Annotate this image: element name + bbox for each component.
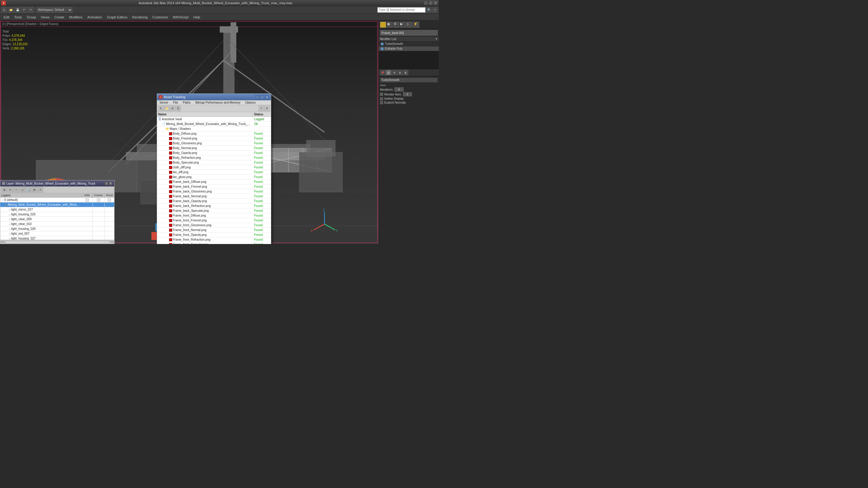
at-close-x-btn[interactable]: ✕ xyxy=(264,106,270,111)
save-button[interactable]: 💾 xyxy=(14,7,21,13)
render-active-btn[interactable]: ⚡ xyxy=(413,22,419,28)
at-maximize-btn[interactable]: □ xyxy=(260,95,264,99)
lp-hide-cell[interactable] xyxy=(82,202,93,207)
lp-hide-cell[interactable] xyxy=(82,231,93,236)
at-row[interactable]: Frame_front_Specular.pngFound xyxy=(157,242,271,244)
modifier-editable-poly[interactable]: Editable Poly xyxy=(379,46,439,51)
lp-row[interactable]: ◇light_housing_026 xyxy=(0,227,114,231)
rend-checkbox[interactable] xyxy=(108,198,111,201)
render-options-btn[interactable]: ⚙ xyxy=(393,22,399,28)
menu-item-customize[interactable]: Customize xyxy=(150,14,170,21)
render-iters-checkbox[interactable]: ✓ xyxy=(380,93,383,96)
lp-row[interactable]: ◇light_housing_025 xyxy=(0,212,114,217)
lp-rend-cell[interactable] xyxy=(104,207,114,212)
at-paths-btn[interactable]: 📁 xyxy=(164,106,169,111)
lp-row[interactable]: ◇light_red_007 xyxy=(0,231,114,236)
lp-rend-cell[interactable] xyxy=(104,202,114,207)
lp-freeze-cell[interactable] xyxy=(93,212,104,217)
lp-delete-btn[interactable]: ✕ xyxy=(7,187,13,193)
at-settings-btn[interactable]: ⚙ xyxy=(170,106,175,111)
at-row[interactable]: Body_Diffuse.pngFound xyxy=(157,131,271,136)
render-selected-btn[interactable]: ▷ xyxy=(407,22,412,28)
open-button[interactable]: 📁 xyxy=(8,7,14,13)
help-button[interactable]: ? xyxy=(432,7,438,13)
menu-item-help[interactable]: Help xyxy=(191,14,203,21)
make-unique-btn[interactable]: ◈ xyxy=(397,70,403,75)
at-row[interactable]: 📄Mining_Multi_Bucket_Wheel_Excavator_wit… xyxy=(157,122,271,127)
menu-item-edit[interactable]: Edit xyxy=(1,14,12,21)
at-row[interactable]: Frame_front_Refraction.pngFound xyxy=(157,237,271,242)
explicit-normals-checkbox[interactable] xyxy=(380,101,383,104)
at-row[interactable]: Frame_front_Normal.pngFound xyxy=(157,228,271,233)
workspace-dropdown[interactable]: Workspace: Default xyxy=(36,7,73,13)
lp-scroll-right[interactable]: ▶ xyxy=(110,241,114,243)
at-row[interactable]: Frame_front_Opacity.pngFound xyxy=(157,233,271,237)
at-row[interactable]: Frame_front_Diffuse.pngFound xyxy=(157,213,271,218)
at-row[interactable]: Frame_back_Opacity.pngFound xyxy=(157,199,271,204)
lp-help-btn[interactable]: ? xyxy=(104,182,108,185)
at-row[interactable]: Body_Specular.pngFound xyxy=(157,160,271,165)
lp-rend-cell[interactable] xyxy=(104,222,114,226)
minimize-button[interactable]: − xyxy=(424,1,428,5)
at-row[interactable]: Frame_back_Fresnel.pngFound xyxy=(157,184,271,189)
lp-freeze-cell[interactable] xyxy=(93,227,104,231)
lp-rend-cell[interactable] xyxy=(104,231,114,236)
iterations-input[interactable] xyxy=(395,87,404,92)
isoline-checkbox[interactable] xyxy=(380,97,383,100)
menu-item-views[interactable]: Views xyxy=(38,14,52,21)
at-row[interactable]: Frame_back_Glossiness.pngFound xyxy=(157,189,271,194)
at-row[interactable]: Body_Opacity.pngFound xyxy=(157,151,271,156)
redo-button[interactable]: ↷ xyxy=(28,7,34,13)
configure-modifier-btn[interactable]: ⚙ xyxy=(392,70,397,75)
at-menu-options[interactable]: Options xyxy=(243,100,258,105)
menu-item-rendering[interactable]: Rendering xyxy=(130,14,150,21)
lp-add-selected-btn[interactable]: + xyxy=(13,187,19,193)
menu-item-group[interactable]: Group xyxy=(24,14,38,21)
remove-modifier-btn[interactable]: 🗑 xyxy=(403,70,408,75)
lp-scrollbar[interactable]: ◀ ▶ xyxy=(0,240,114,244)
menu-item-maxscript[interactable]: MAXScript xyxy=(170,14,191,21)
lp-find-layer-btn[interactable]: 🔍 xyxy=(26,187,31,193)
frame-name-input[interactable] xyxy=(380,30,438,36)
search-button[interactable]: 🔍 xyxy=(426,7,432,13)
menu-item-graph-editors[interactable]: Graph Editors xyxy=(104,14,130,21)
pin-btn[interactable]: 📌 xyxy=(380,70,385,75)
at-menu-bitmap-performance-and-memory[interactable]: Bitmap Performance and Memory xyxy=(193,100,243,105)
at-row[interactable]: Frame_back_Specular.pngFound xyxy=(157,208,271,213)
modifier-dropdown-arrow[interactable]: ▼ xyxy=(435,38,438,40)
lp-freeze-cell[interactable] xyxy=(93,207,104,212)
lp-row[interactable]: ◇light_housing_027 xyxy=(0,236,114,240)
hide-checkbox[interactable] xyxy=(86,198,89,201)
at-row[interactable]: Frame_front_Glossiness.pngFound xyxy=(157,223,271,228)
at-row[interactable]: 🗄Autodesk VaultLogged xyxy=(157,117,271,122)
at-row[interactable]: Frame_front_Fresnel.pngFound xyxy=(157,218,271,223)
lp-rend-cell[interactable] xyxy=(104,217,114,221)
at-minimize-btn[interactable]: − xyxy=(255,95,259,99)
at-row[interactable]: Body_Fresnel.pngFound xyxy=(157,136,271,141)
modifier-turbosmooth[interactable]: TurboSmooth xyxy=(379,41,439,46)
lp-scroll-left[interactable]: ◀ xyxy=(1,241,4,243)
menu-item-tools[interactable]: Tools xyxy=(12,14,24,21)
undo-button[interactable]: ↶ xyxy=(21,7,27,13)
at-row[interactable]: fan_diff.pngFound xyxy=(157,170,271,175)
at-row[interactable]: Body_Normal.pngFound xyxy=(157,146,271,151)
lp-scroll-track[interactable] xyxy=(5,241,110,243)
at-row[interactable]: 📁Maps / Shaders xyxy=(157,127,271,131)
edit-stack-btn[interactable]: ▤ xyxy=(386,70,391,75)
at-row[interactable]: Frame_back_Refraction.pngFound xyxy=(157,204,271,208)
lp-rend-cell[interactable] xyxy=(104,236,114,240)
lp-close-btn[interactable]: ✕ xyxy=(109,182,113,185)
lp-freeze-cell[interactable] xyxy=(93,198,104,202)
at-content[interactable]: 🗄Autodesk VaultLogged📄Mining_Multi_Bucke… xyxy=(157,117,271,244)
lp-freeze-cell[interactable] xyxy=(93,236,104,240)
at-menu-paths[interactable]: Paths xyxy=(181,100,193,105)
color-swatch[interactable] xyxy=(380,22,386,28)
render-btn[interactable]: ▶ xyxy=(400,22,406,28)
at-refresh-btn[interactable]: ↻ xyxy=(158,106,164,111)
lp-rend-cell[interactable] xyxy=(104,198,114,202)
lp-hide-cell[interactable] xyxy=(82,207,93,212)
lp-hide-cell[interactable] xyxy=(82,222,93,226)
close-button[interactable]: ✕ xyxy=(433,1,438,5)
lp-select-objects-btn[interactable]: ◻ xyxy=(20,187,25,193)
at-help-btn[interactable]: ? xyxy=(258,106,264,111)
